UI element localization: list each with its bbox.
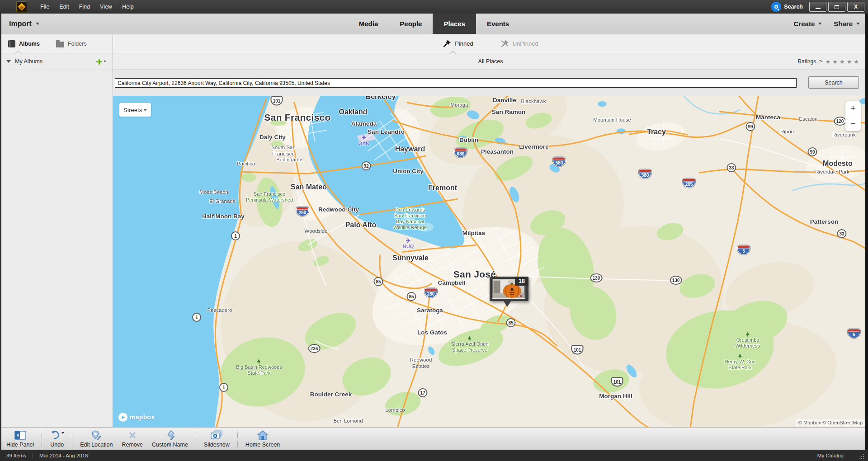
- photo-stack-marker[interactable]: 18: [490, 277, 528, 301]
- share-button[interactable]: Share: [834, 20, 860, 28]
- search-icon: [771, 2, 781, 12]
- map-label-text: Sierra Azul Open Space Preserve: [451, 341, 488, 353]
- panel-tab-label: Albums: [19, 41, 40, 47]
- toolbar-divider: [237, 430, 238, 447]
- resize-grip[interactable]: [859, 454, 864, 459]
- menu-file[interactable]: File: [35, 0, 54, 14]
- ratings-label: Ratings: [797, 58, 816, 65]
- albums-icon: [8, 40, 15, 47]
- shield-number: 85: [508, 320, 513, 325]
- home-screen-button[interactable]: Home Screen: [241, 428, 284, 450]
- create-label: Create: [794, 20, 815, 28]
- map-label-text: Campbell: [438, 279, 466, 286]
- shield-number: 101: [574, 348, 581, 353]
- unpin-icon: [500, 39, 509, 48]
- undo-button[interactable]: Undo: [45, 428, 69, 450]
- tab-people[interactable]: People: [389, 14, 433, 34]
- add-album-button[interactable]: [96, 59, 106, 65]
- panel-tab-albums[interactable]: Albums: [8, 34, 40, 53]
- map-label: Woodside: [305, 228, 328, 235]
- pin-icon: [443, 39, 451, 48]
- shield-number: 1: [195, 315, 198, 320]
- rating-stars[interactable]: ★★★★★: [826, 58, 861, 65]
- map-label-text: Redwood City: [318, 206, 359, 213]
- slideshow-button[interactable]: Slideshow: [199, 428, 234, 450]
- minimize-button[interactable]: [809, 2, 826, 12]
- map-label-text: Moss Beach: [199, 189, 228, 195]
- menu-edit[interactable]: Edit: [54, 0, 74, 14]
- location-search-button[interactable]: Search: [808, 76, 859, 89]
- tab-events[interactable]: Events: [476, 14, 520, 34]
- ratings-filter[interactable]: Ratings ≥ ★★★★★: [797, 53, 861, 70]
- map-label-text: Milpitas: [462, 230, 485, 236]
- map-label-text: Pescadero: [208, 307, 232, 313]
- map-label-text: Morgan Hill: [599, 393, 632, 400]
- highway-shield: 101: [571, 345, 584, 355]
- zoom-out-button[interactable]: −: [845, 116, 861, 131]
- chevron-down-icon: [104, 61, 106, 62]
- map-label: Orestimba Wilderness: [736, 332, 760, 349]
- custom-name-button[interactable]: Custom Name: [147, 428, 193, 450]
- status-bar: 39 Items Mar 2014 - Aug 2018 My Catalog: [0, 450, 868, 461]
- zoom-in-button[interactable]: +: [845, 101, 861, 116]
- toolbar-item-label: Hide Panel: [6, 442, 34, 448]
- close-button[interactable]: X: [847, 2, 864, 12]
- toolbar-item-label: Undo: [50, 442, 64, 448]
- map-style-selector[interactable]: Streets: [119, 103, 151, 117]
- map-label: Ben Lomond: [333, 418, 363, 424]
- map-label-text: Henry W. Coe State Park: [725, 359, 755, 370]
- tab-places[interactable]: Places: [433, 14, 476, 34]
- shield-number: 580: [642, 173, 649, 178]
- maximize-button[interactable]: [828, 2, 845, 12]
- highway-shield: 580: [553, 157, 566, 167]
- map-label-text: Redwood Estates: [410, 357, 432, 369]
- remove-button[interactable]: Remove: [117, 428, 147, 450]
- map-label-text: Boulder Creek: [310, 391, 352, 398]
- menu-bar: FileEditFindViewHelp: [35, 0, 139, 14]
- shield-number: 1: [222, 385, 225, 390]
- edit-location-button[interactable]: Edit Location: [75, 428, 117, 450]
- tree-icon: [257, 359, 261, 364]
- map-attribution[interactable]: © Mapbox © OpenStreetMap: [796, 419, 865, 426]
- highway-shield: 280: [296, 207, 309, 216]
- global-search-button[interactable]: Search: [771, 2, 803, 12]
- shield-number: 580: [556, 160, 563, 165]
- mapbox-logo[interactable]: ➤ mapbox: [118, 413, 155, 422]
- menu-help[interactable]: Help: [117, 0, 139, 14]
- toolbar-item-label: Custom Name: [152, 442, 188, 448]
- main-nav-tabs: MediaPeoplePlacesEvents: [0, 14, 868, 34]
- tab-media[interactable]: Media: [348, 14, 389, 34]
- map-label: Boulder Creek: [310, 391, 352, 398]
- ratings-operator: ≥: [819, 58, 822, 65]
- panel-tab-folders[interactable]: Folders: [56, 34, 87, 53]
- bottom-toolbar: Hide PanelUndoEdit LocationRemoveCustom …: [0, 427, 868, 450]
- map-canvas[interactable]: San FranciscoSan JoséBerkeleyOaklandAlam…: [113, 96, 868, 427]
- highway-shield: 1: [192, 313, 201, 322]
- map-label: Fremont: [428, 184, 457, 193]
- collapse-triangle-icon: [6, 60, 11, 63]
- highway-shield: 92: [361, 161, 371, 170]
- hide-panel-icon: [14, 429, 26, 441]
- create-button[interactable]: Create: [794, 20, 822, 28]
- map-label-text: Orestimba Wilderness: [736, 337, 760, 348]
- map-label-text: Big Basin Redwoods State Park: [236, 364, 282, 376]
- hide-panel-button[interactable]: Hide Panel: [2, 428, 38, 450]
- map-label-text: Patterson: [810, 218, 838, 225]
- menu-find[interactable]: Find: [74, 0, 95, 14]
- pin-tab-unpinned[interactable]: UnPinned: [500, 34, 538, 53]
- pin-tab-pinned[interactable]: Pinned: [443, 34, 473, 53]
- shield-number: 99: [748, 124, 753, 129]
- shield-number: 1: [234, 234, 237, 239]
- map-label-text: Don Edwards San Francisco Bay National W…: [393, 207, 427, 230]
- mapbox-wordmark: mapbox: [130, 414, 155, 421]
- catalog-name: My Catalog: [817, 453, 844, 458]
- shield-number: 101: [273, 99, 281, 103]
- map-label-text: Lompico: [385, 407, 405, 413]
- menu-view[interactable]: View: [95, 0, 117, 14]
- toolbar-item-label: Edit Location: [80, 442, 113, 448]
- map-label-text: Fremont: [428, 184, 457, 192]
- my-albums-header[interactable]: My Albums: [0, 53, 113, 70]
- location-search-input[interactable]: [115, 78, 797, 88]
- highway-shield: 280: [425, 288, 437, 298]
- shield-number: 5: [742, 249, 745, 254]
